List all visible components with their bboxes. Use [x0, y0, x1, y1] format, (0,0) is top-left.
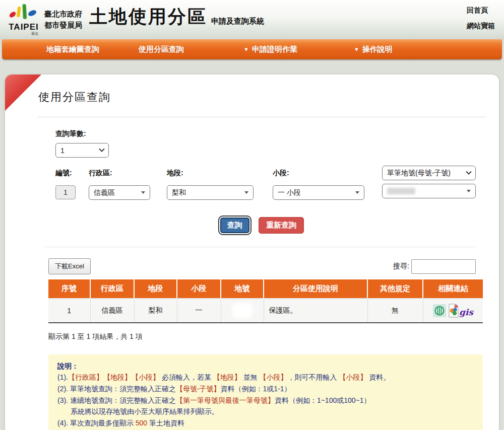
search-label: 搜尋: [393, 262, 409, 271]
nav-item-label: 申請證明作業 [252, 45, 297, 54]
note-segment: 筆土地資料 [147, 419, 184, 427]
cell-zoning: 保護區。 [264, 299, 367, 323]
note-line: (1).【行政區】【地段】【小段】 必須輸入，若某 【地段】 並無 【小段】，則… [57, 372, 474, 383]
district-value: 信義區 [94, 188, 115, 197]
note-line: (2). 單筆地號查詢：須完整輸入正確之【母號-子號】資料（例如：1或1-1） [57, 383, 474, 395]
note-segment: 【小段】 [339, 373, 367, 381]
query-count-group: 查詢筆數: 1 [48, 129, 476, 158]
triangle-down-icon [141, 191, 145, 194]
results-summary: 顯示第 1 至 1 項結果，共 1 項 [48, 332, 476, 341]
triangle-down-icon [467, 190, 471, 192]
table-header-row: 序號 行政區 地段 小段 地號 分區使用說明 其他規定 相關連結 [48, 279, 483, 299]
header-links: 回首頁 網站寶箱 [467, 6, 495, 31]
cell-subsection: 一 [177, 299, 221, 323]
notes-lines: (1).【行政區】【地段】【小段】 必須輸入，若某 【地段】 並無 【小段】，則… [57, 372, 474, 428]
query-fields-row: 編號: 行政區: 信義區 地段: 梨和 小段: 一 小段 [48, 169, 476, 200]
form-buttons-row: 查詢 重新查詢 [48, 217, 476, 234]
note-line: (3). 連續地號查詢：須完整輸入正確之【第一筆母號與最後一筆母號】資料（例如：… [57, 395, 474, 406]
results-table: 序號 行政區 地段 小段 地號 分區使用說明 其他規定 相關連結 1 信義區 梨… [48, 279, 483, 323]
subsection-select[interactable]: 一 小段 [273, 185, 364, 200]
note-segment: (2). 單筆地號查詢：須完整輸入正確之 [57, 385, 176, 393]
note-line: (4). 單次查詢最多僅顯示 500 筆土地資料 [57, 417, 474, 429]
note-segment: 系統將以現存地號由小至大順序結果排列顯示。 [71, 407, 219, 415]
cell-links: ❋ gis [423, 299, 483, 323]
page-title: 使用分區查詢 [5, 75, 499, 105]
cell-other: 無 [367, 299, 423, 323]
note-segment: 資料（例如：1或1-1） [221, 385, 291, 393]
triangle-down-icon [355, 191, 359, 194]
brand-block: TAIPEI 臺北 臺北市政府 都市發展局 土地使用分區 申請及查詢系統 [0, 0, 504, 36]
search-input[interactable] [411, 259, 476, 274]
cell-landno [221, 299, 264, 323]
note-segment: 【母號-子號】 [176, 385, 221, 393]
col-header-landno: 地號 [221, 279, 264, 299]
field-landno: 單筆地號(母號-子號) [382, 169, 476, 200]
field-district: 行政區: 信義區 [89, 169, 150, 200]
cell-seq: 1 [48, 299, 90, 323]
chevron-down-icon: ▼ [243, 46, 249, 52]
content-panel: 使用分區查詢 查詢筆數: 1 編號: 行政區: 信義區 [5, 75, 499, 430]
col-header-section: 地段 [134, 279, 177, 299]
landno-select[interactable] [382, 184, 476, 198]
nav-item-label: 操作說明 [362, 45, 393, 54]
reset-query-button[interactable]: 重新查詢 [259, 217, 304, 234]
notes-title: 說明： [57, 361, 474, 372]
gis-label: gis [459, 308, 473, 317]
org-name: 臺北市政府 都市發展局 [44, 9, 82, 31]
results-toolbar: 下載Excel 搜尋: [48, 258, 476, 274]
nav-item-label: 地籍套繪圖查詢 [46, 45, 99, 54]
nav-item-instructions[interactable]: ▼ 操作說明 [354, 45, 393, 54]
section-select[interactable]: 梨和 [167, 185, 254, 200]
main-content: 查詢筆數: 1 編號: 行政區: 信義區 地段: 梨和 [5, 129, 499, 430]
site-subtitle: 申請及查詢系統 [211, 17, 264, 26]
chevron-down-icon [466, 169, 471, 174]
download-excel-button[interactable]: 下載Excel [48, 258, 91, 274]
gis-icon[interactable]: ❋ gis [461, 307, 473, 315]
zoning-map-icon[interactable] [433, 304, 446, 317]
note-segment: 並無 [241, 373, 260, 381]
note-segment: (1). [57, 373, 68, 381]
org-line1: 臺北市政府 [44, 9, 82, 20]
col-header-other: 其他規定 [367, 279, 423, 299]
landno-mode-value: 單筆地號(母號-子號) [387, 169, 451, 178]
note-segment: (4). 單次查詢最多僅顯示 [57, 419, 136, 427]
note-line: 系統將以現存地號由小至大順序結果排列顯示。 [57, 406, 474, 417]
home-link[interactable]: 回首頁 [467, 6, 495, 15]
district-label: 行政區: [89, 169, 150, 181]
note-segment: 資料。 [367, 373, 390, 381]
cell-section: 梨和 [134, 299, 177, 323]
related-links: ❋ gis [423, 304, 483, 318]
note-segment: 500 [136, 419, 147, 427]
query-count-value: 1 [60, 147, 65, 155]
district-select[interactable]: 信義區 [89, 185, 150, 200]
site-header: TAIPEI 臺北 臺北市政府 都市發展局 土地使用分區 申請及查詢系統 回首頁… [0, 0, 504, 39]
note-segment: 【地段】 [213, 373, 241, 381]
dotted-divider [38, 117, 486, 117]
org-line2: 都市發展局 [44, 20, 82, 31]
chevron-down-icon [99, 146, 104, 152]
field-no: 編號: [55, 169, 88, 200]
taipei-logo: TAIPEI 臺北 [6, 4, 41, 36]
field-section: 地段: 梨和 [167, 169, 254, 200]
site-toolbox-link[interactable]: 網站寶箱 [467, 22, 495, 31]
triangle-down-icon [244, 191, 248, 194]
nav-item-certificate-application[interactable]: ▼ 申請證明作業 [243, 45, 297, 54]
cell-district: 信義區 [90, 299, 134, 323]
query-button[interactable]: 查詢 [220, 218, 249, 233]
query-count-label: 查詢筆數: [55, 129, 476, 138]
landno-mode-select[interactable]: 單筆地號(母號-子號) [382, 166, 476, 180]
search-group: 搜尋: [393, 259, 476, 274]
subsection-value: 一 小段 [278, 188, 301, 197]
col-header-seq: 序號 [48, 279, 90, 299]
query-count-select[interactable]: 1 [55, 143, 109, 158]
note-segment: 【第一筆母號與最後一筆母號】 [176, 396, 275, 404]
note-segment: (3). 連續地號查詢：須完整輸入正確之 [57, 396, 176, 404]
main-nav: 地籍套繪圖查詢 使用分區查詢 ▼ 申請證明作業 ▼ 操作說明 [2, 39, 502, 59]
nav-item-cadastral-overlay-query[interactable]: 地籍套繪圖查詢 [46, 45, 99, 54]
nav-item-zoning-query[interactable]: 使用分區查詢 [139, 45, 184, 54]
note-segment: ，則可不用輸入 [288, 373, 339, 381]
section-label: 地段: [167, 169, 254, 181]
note-segment: 必須輸入，若某 [160, 373, 213, 381]
subsection-label: 小段: [273, 169, 364, 181]
no-field[interactable] [55, 185, 76, 199]
